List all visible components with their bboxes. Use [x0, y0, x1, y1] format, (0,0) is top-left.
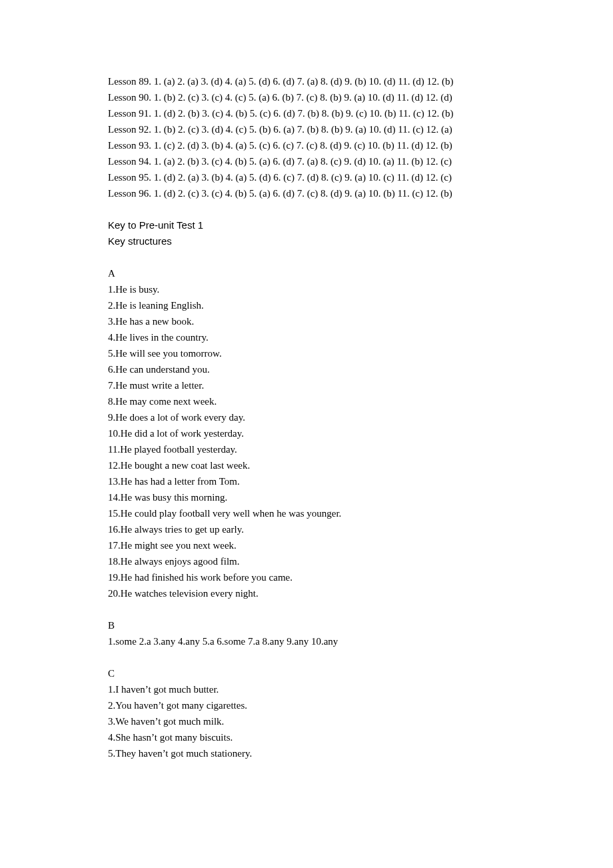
section-b-label: B [108, 617, 506, 633]
section-a-item: 6.He can understand you. [108, 361, 506, 377]
heading-key-preunit: Key to Pre-unit Test 1 [108, 217, 506, 233]
heading-key-structures: Key structures [108, 233, 506, 249]
section-c-item: 2.You haven’t got many cigarettes. [108, 697, 506, 713]
section-a-item: 9.He does a lot of work every day. [108, 409, 506, 425]
section-a-item: 7.He must write a letter. [108, 377, 506, 393]
section-c-item: 4.She hasn’t got many biscuits. [108, 729, 506, 745]
section-c-items: 1.I haven’t got much butter. 2.You haven… [108, 681, 506, 761]
section-c-item: 5.They haven’t got much stationery. [108, 745, 506, 761]
section-a-item: 14.He was busy this morning. [108, 489, 506, 505]
section-a-item: 12.He bought a new coat last week. [108, 457, 506, 473]
section-a-item: 11.He played football yesterday. [108, 441, 506, 457]
section-a-item: 13.He has had a letter from Tom. [108, 473, 506, 489]
section-a-item: 5.He will see you tomorrow. [108, 345, 506, 361]
lesson-line: Lesson 95. 1. (d) 2. (a) 3. (b) 4. (a) 5… [108, 169, 506, 185]
section-a-item: 20.He watches television every night. [108, 585, 506, 601]
section-a-item: 15.He could play football very well when… [108, 505, 506, 521]
lesson-line: Lesson 91. 1. (d) 2. (b) 3. (c) 4. (b) 5… [108, 105, 506, 121]
section-a-item: 16.He always tries to get up early. [108, 521, 506, 537]
lesson-line: Lesson 94. 1. (a) 2. (b) 3. (c) 4. (b) 5… [108, 153, 506, 169]
section-c-item: 3.We haven’t got much milk. [108, 713, 506, 729]
lesson-line: Lesson 93. 1. (c) 2. (d) 3. (b) 4. (a) 5… [108, 137, 506, 153]
lesson-line: Lesson 96. 1. (d) 2. (c) 3. (c) 4. (b) 5… [108, 185, 506, 201]
section-a-item: 19.He had finished his work before you c… [108, 569, 506, 585]
lesson-line: Lesson 92. 1. (b) 2. (c) 3. (d) 4. (c) 5… [108, 121, 506, 137]
section-a-item: 17.He might see you next week. [108, 537, 506, 553]
section-a-item: 10.He did a lot of work yesterday. [108, 425, 506, 441]
lesson-line: Lesson 90. 1. (b) 2. (c) 3. (c) 4. (c) 5… [108, 89, 506, 105]
lesson-answers-block: Lesson 89. 1. (a) 2. (a) 3. (d) 4. (a) 5… [108, 73, 506, 201]
section-b-line: 1.some 2.a 3.any 4.any 5.a 6.some 7.a 8.… [108, 633, 506, 649]
section-a-label: A [108, 265, 506, 281]
section-c-label: C [108, 665, 506, 681]
document-page: Lesson 89. 1. (a) 2. (a) 3. (d) 4. (a) 5… [0, 0, 613, 868]
section-c-item: 1.I haven’t got much butter. [108, 681, 506, 697]
section-a-item: 4.He lives in the country. [108, 329, 506, 345]
section-a-item: 8.He may come next week. [108, 393, 506, 409]
section-a-item: 2.He is leaning English. [108, 297, 506, 313]
section-a-item: 1.He is busy. [108, 281, 506, 297]
lesson-line: Lesson 89. 1. (a) 2. (a) 3. (d) 4. (a) 5… [108, 73, 506, 89]
section-a-items: 1.He is busy. 2.He is leaning English. 3… [108, 281, 506, 601]
section-a-item: 18.He always enjoys agood film. [108, 553, 506, 569]
section-a-item: 3.He has a new book. [108, 313, 506, 329]
